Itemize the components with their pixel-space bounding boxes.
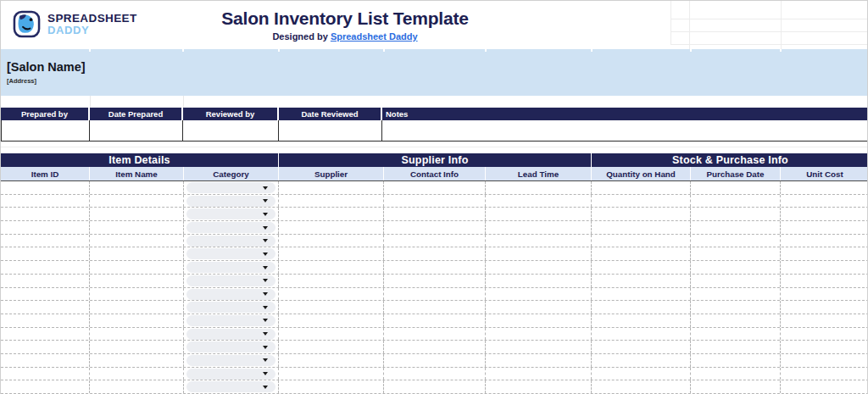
cell-contact-info[interactable]: [384, 288, 486, 301]
cell-quantity-on-hand[interactable]: [592, 288, 691, 301]
cell-unit-cost[interactable]: [781, 195, 868, 208]
cell-quantity-on-hand[interactable]: [592, 368, 691, 380]
cell-contact-info[interactable]: [384, 275, 486, 287]
cell-contact-info[interactable]: [384, 208, 486, 220]
cell-purchase-date[interactable]: [691, 314, 781, 327]
category-dropdown[interactable]: [186, 208, 275, 219]
cell-quantity-on-hand[interactable]: [592, 380, 691, 393]
cell-item-id[interactable]: [1, 354, 90, 367]
category-dropdown[interactable]: [186, 355, 275, 366]
cell-contact-info[interactable]: [384, 328, 486, 341]
cell-quantity-on-hand[interactable]: [592, 301, 691, 314]
cell-item-name[interactable]: [90, 354, 184, 367]
cell-unit-cost[interactable]: [781, 288, 868, 301]
cell-quantity-on-hand[interactable]: [592, 261, 691, 274]
cell-contact-info[interactable]: [384, 380, 486, 393]
category-dropdown[interactable]: [186, 182, 275, 193]
cell-lead-time[interactable]: [486, 247, 592, 260]
cell-supplier[interactable]: [279, 181, 384, 194]
cell-item-name[interactable]: [90, 314, 184, 327]
category-dropdown[interactable]: [186, 248, 275, 259]
category-dropdown[interactable]: [186, 341, 275, 352]
notes-cell[interactable]: [382, 120, 868, 141]
cell-item-name[interactable]: [90, 195, 184, 208]
category-dropdown[interactable]: [186, 315, 275, 326]
cell-purchase-date[interactable]: [691, 275, 781, 287]
cell-contact-info[interactable]: [384, 195, 486, 208]
cell-quantity-on-hand[interactable]: [592, 208, 691, 220]
cell-item-name[interactable]: [90, 181, 184, 194]
category-dropdown[interactable]: [186, 236, 275, 247]
category-dropdown[interactable]: [186, 275, 275, 286]
cell-contact-info[interactable]: [384, 235, 486, 247]
cell-quantity-on-hand[interactable]: [592, 235, 691, 247]
date-reviewed-cell[interactable]: [279, 120, 382, 141]
cell-item-name[interactable]: [90, 368, 184, 380]
reviewed-by-cell[interactable]: [183, 120, 279, 141]
cell-supplier[interactable]: [279, 275, 384, 287]
cell-item-id[interactable]: [1, 275, 90, 287]
cell-item-id[interactable]: [1, 328, 90, 341]
cell-purchase-date[interactable]: [691, 247, 781, 260]
cell-unit-cost[interactable]: [781, 181, 868, 194]
cell-item-id[interactable]: [1, 221, 90, 234]
cell-supplier[interactable]: [279, 380, 384, 393]
cell-purchase-date[interactable]: [691, 221, 781, 234]
category-dropdown[interactable]: [186, 222, 275, 233]
cell-supplier[interactable]: [279, 368, 384, 380]
cell-purchase-date[interactable]: [691, 195, 781, 208]
cell-contact-info[interactable]: [384, 181, 486, 194]
cell-item-id[interactable]: [1, 247, 90, 260]
cell-item-name[interactable]: [90, 301, 184, 314]
cell-supplier[interactable]: [279, 314, 384, 327]
cell-item-id[interactable]: [1, 341, 90, 353]
cell-lead-time[interactable]: [486, 261, 592, 274]
salon-address-cell[interactable]: [Address]: [7, 77, 36, 85]
cell-purchase-date[interactable]: [691, 288, 781, 301]
cell-supplier[interactable]: [279, 247, 384, 260]
cell-lead-time[interactable]: [486, 301, 592, 314]
cell-quantity-on-hand[interactable]: [592, 221, 691, 234]
cell-item-id[interactable]: [1, 368, 90, 380]
cell-supplier[interactable]: [279, 341, 384, 353]
cell-quantity-on-hand[interactable]: [592, 314, 691, 327]
cell-unit-cost[interactable]: [781, 368, 868, 380]
cell-lead-time[interactable]: [486, 380, 592, 393]
category-dropdown[interactable]: [186, 302, 275, 313]
cell-contact-info[interactable]: [384, 261, 486, 274]
cell-contact-info[interactable]: [384, 247, 486, 260]
category-dropdown[interactable]: [186, 262, 275, 273]
cell-unit-cost[interactable]: [781, 208, 868, 220]
cell-unit-cost[interactable]: [781, 380, 868, 393]
cell-supplier[interactable]: [279, 261, 384, 274]
cell-unit-cost[interactable]: [781, 314, 868, 327]
cell-item-name[interactable]: [90, 247, 184, 260]
cell-quantity-on-hand[interactable]: [592, 275, 691, 287]
cell-supplier[interactable]: [279, 301, 384, 314]
cell-lead-time[interactable]: [486, 354, 592, 367]
cell-unit-cost[interactable]: [781, 235, 868, 247]
cell-item-name[interactable]: [90, 235, 184, 247]
cell-lead-time[interactable]: [486, 235, 592, 247]
cell-item-name[interactable]: [90, 288, 184, 301]
cell-contact-info[interactable]: [384, 314, 486, 327]
cell-lead-time[interactable]: [486, 208, 592, 220]
cell-supplier[interactable]: [279, 195, 384, 208]
cell-supplier[interactable]: [279, 288, 384, 301]
cell-lead-time[interactable]: [486, 275, 592, 287]
cell-contact-info[interactable]: [384, 368, 486, 380]
cell-quantity-on-hand[interactable]: [592, 354, 691, 367]
cell-unit-cost[interactable]: [781, 328, 868, 341]
date-prepared-cell[interactable]: [90, 120, 183, 141]
category-dropdown[interactable]: [186, 369, 275, 380]
cell-unit-cost[interactable]: [781, 354, 868, 367]
cell-supplier[interactable]: [279, 328, 384, 341]
cell-item-id[interactable]: [1, 301, 90, 314]
cell-item-id[interactable]: [1, 380, 90, 393]
cell-purchase-date[interactable]: [691, 235, 781, 247]
cell-supplier[interactable]: [279, 235, 384, 247]
cell-item-name[interactable]: [90, 275, 184, 287]
cell-item-name[interactable]: [90, 261, 184, 274]
cell-unit-cost[interactable]: [781, 247, 868, 260]
cell-lead-time[interactable]: [486, 314, 592, 327]
